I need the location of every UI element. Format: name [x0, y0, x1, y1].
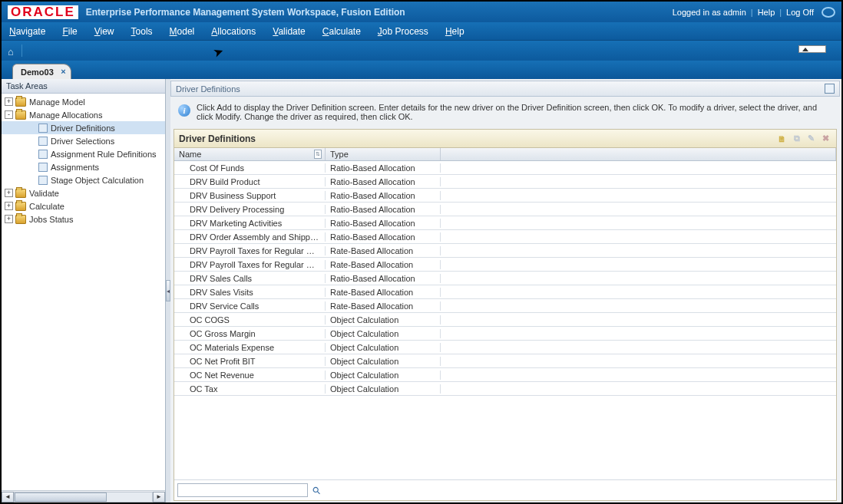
tree-item-label: Validate: [29, 189, 59, 198]
cell-type: Ratio-Based Allocation: [326, 191, 441, 200]
table-row[interactable]: OC COGSObject Calculation: [174, 313, 836, 327]
delete-icon[interactable]: ✖: [820, 133, 831, 144]
tree-item-validate[interactable]: +Validate: [2, 186, 165, 199]
power-icon[interactable]: [822, 7, 835, 18]
section-header: Driver Definitions 🗎 ⧉ ✎ ✖: [174, 130, 836, 148]
logoff-link[interactable]: Log Off: [786, 8, 814, 17]
tree-item-label: Assignments: [51, 163, 99, 172]
tree-item-driver-selections[interactable]: Driver Selections: [2, 134, 165, 147]
column-type-label: Type: [330, 150, 349, 159]
cell-type: Rate-Based Allocation: [326, 246, 441, 255]
cell-type: Object Calculation: [326, 371, 441, 380]
menu-navigate[interactable]: Navigate: [9, 26, 45, 37]
scroll-thumb[interactable]: [15, 492, 107, 502]
scroll-right-button[interactable]: ►: [153, 492, 165, 502]
info-text: Click Add to display the Driver Definiti…: [197, 103, 832, 121]
divider: |: [779, 8, 782, 17]
table-row[interactable]: DRV Order Assembly and ShippingRatio-Bas…: [174, 230, 836, 244]
expand-icon[interactable]: +: [5, 189, 13, 197]
table-row[interactable]: DRV Business SupportRatio-Based Allocati…: [174, 189, 836, 203]
workspace: Task Areas +Manage Model-Manage Allocati…: [2, 79, 841, 502]
scroll-track[interactable]: [14, 492, 153, 502]
maximize-icon[interactable]: [825, 84, 835, 94]
cell-name: OC Net Profit BIT: [174, 357, 326, 366]
home-icon[interactable]: ⌂: [8, 46, 17, 55]
table-row[interactable]: OC Net Profit BITObject Calculation: [174, 354, 836, 368]
tree-item-stage-object-calculation[interactable]: Stage Object Calculation: [2, 173, 165, 186]
tree-item-assignments[interactable]: Assignments: [2, 160, 165, 173]
new-icon[interactable]: 🗎: [776, 133, 788, 144]
copy-icon[interactable]: ⧉: [791, 133, 802, 144]
menu-file[interactable]: File: [62, 26, 77, 37]
cell-type: Ratio-Based Allocation: [326, 205, 441, 214]
table-row[interactable]: DRV Marketing ActivitiesRatio-Based Allo…: [174, 216, 836, 230]
expander-blank: [28, 163, 36, 171]
cell-name: DRV Order Assembly and Shipping: [174, 232, 326, 242]
expand-icon[interactable]: +: [5, 97, 13, 106]
tree-item-label: Driver Selections: [51, 137, 114, 146]
menu-job process[interactable]: Job Process: [378, 26, 428, 37]
toolbar-widget[interactable]: [798, 45, 826, 53]
sort-icon[interactable]: ⇅: [314, 150, 322, 159]
table-row[interactable]: DRV Build ProductRatio-Based Allocation: [174, 175, 836, 189]
cell-name: OC Net Revenue: [174, 371, 326, 380]
scroll-left-button[interactable]: ◄: [2, 492, 14, 502]
tree-item-label: Manage Model: [29, 97, 85, 107]
tree-item-manage-allocations[interactable]: -Manage Allocations: [2, 108, 165, 121]
expand-icon[interactable]: +: [5, 202, 13, 210]
tree-item-manage-model[interactable]: +Manage Model: [2, 95, 165, 108]
column-type[interactable]: Type: [326, 148, 441, 160]
table-row[interactable]: DRV Sales CallsRatio-Based Allocation: [174, 272, 836, 285]
table-row[interactable]: OC Gross MarginObject Calculation: [174, 327, 836, 341]
tree-item-label: Stage Object Calculation: [51, 176, 144, 185]
search-icon[interactable]: ⚲: [309, 483, 323, 497]
column-spacer: [441, 148, 836, 160]
table-row[interactable]: DRV Service CallsRate-Based Allocation: [174, 299, 836, 313]
expander-blank: [28, 150, 36, 158]
table-row[interactable]: DRV Delivery ProcessingRatio-Based Alloc…: [174, 203, 836, 216]
column-name[interactable]: Name ⇅: [174, 148, 326, 160]
menu-model[interactable]: Model: [170, 26, 195, 37]
cell-type: Object Calculation: [326, 329, 441, 338]
help-link[interactable]: Help: [758, 8, 775, 17]
tab-label: Demo03: [21, 68, 54, 77]
horizontal-scrollbar[interactable]: ◄ ►: [2, 490, 165, 502]
table-row[interactable]: DRV Payroll Taxes for Regular Wa...Rate-…: [174, 258, 836, 272]
cell-type: Ratio-Based Allocation: [326, 177, 441, 186]
sidebar-title: Task Areas: [2, 79, 165, 94]
menu-calculate[interactable]: Calculate: [322, 26, 361, 37]
table-row[interactable]: OC Net RevenueObject Calculation: [174, 368, 836, 382]
tree-item-driver-definitions[interactable]: Driver Definitions: [2, 121, 165, 134]
tab-demo03[interactable]: Demo03 ×: [12, 64, 71, 79]
table-row[interactable]: Cost Of FundsRatio-Based Allocation: [174, 161, 836, 175]
menu-tools[interactable]: Tools: [131, 26, 153, 37]
tree-item-label: Manage Allocations: [29, 110, 102, 120]
info-bar: i Click Add to display the Driver Defini…: [170, 97, 840, 129]
search-input[interactable]: [177, 483, 308, 497]
menu-allocations[interactable]: Allocations: [211, 26, 256, 37]
table-row[interactable]: DRV Sales VisitsRate-Based Allocation: [174, 285, 836, 299]
close-icon[interactable]: ×: [61, 67, 65, 76]
table-row[interactable]: OC TaxObject Calculation: [174, 382, 836, 396]
edit-icon[interactable]: ✎: [805, 133, 817, 144]
expand-icon[interactable]: +: [5, 215, 13, 223]
tree-item-assignment-rule-definitions[interactable]: Assignment Rule Definitions: [2, 147, 165, 160]
menu-view[interactable]: View: [94, 26, 114, 37]
tree-item-jobs-status[interactable]: +Jobs Status: [2, 212, 165, 226]
tree-item-calculate[interactable]: +Calculate: [2, 199, 165, 212]
cell-type: Rate-Based Allocation: [326, 260, 441, 269]
cell-name: DRV Marketing Activities: [174, 219, 326, 228]
table-row[interactable]: OC Materials ExpenseObject Calculation: [174, 341, 836, 354]
menu-help[interactable]: Help: [445, 26, 464, 37]
divider: |: [751, 8, 753, 17]
panel-title-text: Driver Definitions: [176, 84, 240, 94]
table-row[interactable]: DRV Payroll Taxes for Regular SalaryRate…: [174, 244, 836, 258]
grid-header: Name ⇅ Type: [174, 148, 836, 161]
toolbar-divider: [21, 44, 22, 57]
menu-validate[interactable]: Validate: [273, 26, 306, 37]
grid-body: Cost Of FundsRatio-Based AllocationDRV B…: [174, 161, 836, 479]
cell-type: Object Calculation: [326, 357, 441, 366]
collapse-icon[interactable]: -: [5, 110, 13, 119]
folder-icon: [15, 110, 26, 120]
content-panel: Driver Definitions i Click Add to displa…: [170, 81, 840, 501]
